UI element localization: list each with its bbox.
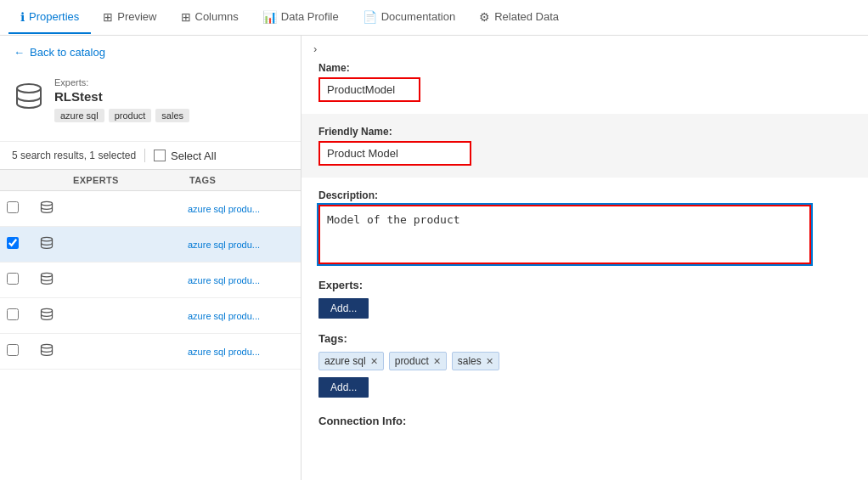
tag-product-remove[interactable]: ✕	[433, 356, 441, 367]
tag-azure-sql: azure sql ✕	[318, 352, 384, 370]
chevron-expand[interactable]: ›	[302, 36, 868, 62]
tab-properties[interactable]: ℹ Properties	[8, 2, 91, 34]
description-label: Description:	[318, 189, 851, 201]
row-db-icon-3	[25, 271, 68, 290]
tag-sales: sales ✕	[452, 352, 499, 370]
tab-documentation[interactable]: 📄 Documentation	[351, 2, 467, 34]
description-field-group: Description: Model of the product	[318, 189, 851, 267]
tags-section: Tags: azure sql ✕ product ✕ sales ✕	[318, 332, 851, 398]
main-area: ← Back to catalog Experts: RLStest azure…	[0, 36, 868, 480]
row-tags-2: azure sql produ...	[184, 240, 301, 250]
row-checkbox-3[interactable]	[0, 273, 25, 287]
tag-azure-sql-label: azure sql	[324, 355, 366, 367]
svg-point-2	[42, 237, 53, 241]
row-checkbox-1[interactable]	[0, 201, 25, 216]
asset-tag-azure-sql: azure sql	[54, 109, 104, 122]
tag-sales-remove[interactable]: ✕	[486, 356, 493, 367]
table-header: EXPERTS TAGS	[0, 169, 301, 191]
experts-add-button[interactable]: Add...	[318, 298, 369, 319]
table-row[interactable]: azure sql produ...	[0, 298, 301, 334]
row-checkbox-5[interactable]	[0, 344, 25, 359]
documentation-icon: 📄	[363, 10, 377, 24]
experts-section-label: Experts:	[318, 279, 851, 291]
left-panel: ← Back to catalog Experts: RLStest azure…	[0, 36, 302, 480]
tag-product-label: product	[395, 355, 429, 367]
divider	[144, 149, 145, 162]
row-tags-5: azure sql produ...	[184, 347, 301, 357]
related-data-icon: ⚙	[479, 10, 490, 24]
select-all-label: Select All	[171, 150, 216, 162]
tab-preview[interactable]: ⊞ Preview	[91, 2, 168, 34]
experts-label: Experts:	[54, 77, 287, 88]
asset-name: RLStest	[54, 89, 287, 104]
description-input[interactable]: Model of the product	[318, 205, 811, 264]
tab-bar: ℹ Properties ⊞ Preview ⊞ Columns 📊 Data …	[0, 0, 868, 36]
table-body: azure sql produ... azure sql produ... az…	[0, 191, 301, 480]
select-all-checkbox[interactable]	[154, 150, 166, 161]
asset-tags-row: azure sql product sales	[54, 109, 287, 122]
columns-icon: ⊞	[181, 10, 191, 24]
row-db-icon-1	[25, 200, 68, 218]
tab-data-profile[interactable]: 📊 Data Profile	[251, 2, 351, 34]
svg-point-4	[42, 308, 53, 313]
th-check	[0, 175, 25, 185]
friendly-name-label: Friendly Name:	[318, 126, 851, 138]
data-profile-icon: 📊	[262, 10, 277, 24]
svg-point-1	[42, 201, 53, 206]
name-value: ProductModel	[318, 77, 420, 102]
experts-section: Experts: Add...	[318, 279, 851, 319]
table-row[interactable]: azure sql produ...	[0, 191, 301, 227]
properties-icon: ℹ	[20, 10, 25, 24]
row-checkbox-4[interactable]	[0, 308, 25, 323]
table-row[interactable]: azure sql produ...	[0, 334, 301, 370]
tag-sales-label: sales	[458, 355, 482, 367]
svg-point-0	[17, 84, 41, 93]
table-row-selected[interactable]: azure sql produ...	[0, 227, 301, 263]
select-all-wrapper[interactable]: Select All	[154, 150, 216, 162]
svg-point-5	[42, 344, 53, 348]
row-db-icon-2	[25, 235, 68, 254]
th-icon	[25, 175, 68, 185]
chevron-right-icon: ›	[313, 42, 317, 55]
name-label: Name:	[318, 62, 851, 74]
preview-icon: ⊞	[103, 10, 113, 24]
tab-related-data[interactable]: ⚙ Related Data	[467, 2, 571, 34]
asset-card: Experts: RLStest azure sql product sales	[0, 69, 301, 142]
asset-tag-sales: sales	[155, 109, 189, 122]
row-tags-3: azure sql produ...	[184, 275, 301, 285]
name-field-group: Name: ProductModel	[318, 62, 851, 102]
tag-product: product ✕	[389, 352, 447, 370]
row-db-icon-4	[25, 307, 68, 325]
row-db-icon-5	[25, 342, 68, 361]
results-bar: 5 search results, 1 selected Select All	[0, 142, 301, 169]
tag-azure-sql-remove[interactable]: ✕	[370, 356, 378, 367]
asset-tag-product: product	[109, 109, 152, 122]
th-tags: TAGS	[184, 175, 301, 185]
row-checkbox-2[interactable]	[0, 237, 25, 251]
table-row[interactable]: azure sql produ...	[0, 263, 301, 298]
friendly-name-value[interactable]: Product Model	[318, 141, 471, 166]
tags-add-button[interactable]: Add...	[318, 377, 369, 398]
right-panel: › Name: ProductModel Friendly Name: Prod…	[302, 36, 868, 480]
friendly-name-section: Friendly Name: Product Model	[302, 114, 868, 178]
back-arrow-icon: ←	[14, 46, 25, 59]
properties-content: Name: ProductModel Friendly Name: Produc…	[302, 62, 868, 444]
connection-info-label: Connection Info:	[318, 411, 851, 427]
row-tags-4: azure sql produ...	[184, 311, 301, 321]
results-text: 5 search results, 1 selected	[12, 150, 136, 161]
tags-list: azure sql ✕ product ✕ sales ✕	[318, 352, 851, 370]
asset-db-icon	[14, 81, 44, 117]
tab-columns[interactable]: ⊞ Columns	[169, 2, 251, 34]
row-tags-1: azure sql produ...	[184, 204, 301, 214]
th-experts: EXPERTS	[68, 175, 184, 185]
back-to-catalog-link[interactable]: ← Back to catalog	[0, 36, 301, 69]
svg-point-3	[42, 273, 53, 277]
tags-section-label: Tags:	[318, 332, 851, 345]
